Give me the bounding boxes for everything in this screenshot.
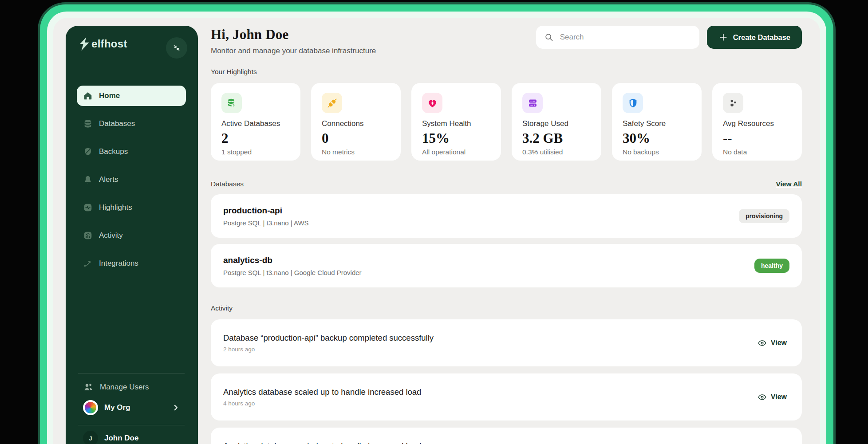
view-all-link[interactable]: View All bbox=[776, 180, 802, 188]
activity-title: Analytics database scaled up to handle i… bbox=[223, 441, 421, 444]
user-item[interactable]: J John Doe bbox=[77, 428, 186, 444]
page-title: Hi, John Doe bbox=[211, 27, 536, 43]
bell-icon bbox=[83, 175, 93, 185]
activity-section-label: Activity bbox=[211, 304, 802, 312]
card-value: 30% bbox=[623, 130, 691, 146]
sidebar-nav: Home Databases Backups bbox=[77, 86, 186, 281]
activity-row: Database “production-api” backup complet… bbox=[211, 319, 802, 366]
activity-title: Analytics database scaled up to handle i… bbox=[223, 387, 421, 397]
card-safety-score: Safety Score 30% No backups bbox=[612, 83, 702, 161]
logo-text: elfhost bbox=[91, 38, 127, 50]
sidebar-item-activity[interactable]: Activity bbox=[77, 225, 186, 246]
sidebar: elfhost Home bbox=[66, 26, 198, 444]
card-sub: 1 stopped bbox=[221, 148, 290, 156]
icon-tile bbox=[422, 93, 442, 113]
activity-time: 4 hours ago bbox=[223, 400, 421, 407]
database-meta: Postgre SQL | t3.nano | AWS bbox=[223, 219, 309, 227]
database-name: production-api bbox=[223, 206, 309, 216]
manage-users-item[interactable]: Manage Users bbox=[77, 377, 186, 397]
card-sub: No data bbox=[723, 148, 791, 156]
sidebar-item-alerts[interactable]: Alerts bbox=[77, 169, 186, 190]
sidebar-item-label: Alerts bbox=[99, 175, 118, 184]
card-label: Avg Resources bbox=[723, 119, 791, 128]
shield-check-icon bbox=[627, 98, 639, 109]
activity-row: Analytics database scaled up to handle i… bbox=[211, 428, 802, 444]
card-avg-resources: Avg Resources -- No data bbox=[712, 83, 802, 161]
collapse-arrows-icon bbox=[172, 43, 181, 53]
database-row-production-api[interactable]: production-api Postgre SQL | t3.nano | A… bbox=[211, 194, 802, 238]
database-bolt-icon bbox=[226, 98, 237, 109]
activity-row: Analytics database scaled up to handle i… bbox=[211, 373, 802, 420]
sidebar-item-label: Backups bbox=[99, 147, 128, 156]
sidebar-collapse-button[interactable] bbox=[166, 37, 187, 59]
view-button[interactable]: View bbox=[755, 392, 789, 402]
sidebar-item-home[interactable]: Home bbox=[77, 86, 186, 106]
server-icon bbox=[527, 98, 538, 109]
view-label: View bbox=[771, 339, 787, 347]
sidebar-item-backups[interactable]: Backups bbox=[77, 141, 186, 162]
sidebar-item-label: Databases bbox=[99, 119, 135, 128]
card-storage-used: Storage Used 3.2 GB 0.3% utilisied bbox=[512, 83, 601, 161]
status-badge: provisioning bbox=[739, 209, 789, 223]
cluster-dots-icon bbox=[728, 98, 739, 109]
status-badge: healthy bbox=[754, 259, 789, 273]
eye-icon bbox=[758, 393, 767, 402]
view-label: View bbox=[771, 393, 787, 401]
sidebar-item-label: Home bbox=[99, 91, 120, 100]
divider bbox=[78, 373, 185, 373]
card-value: 15% bbox=[422, 130, 490, 146]
manage-users-label: Manage Users bbox=[100, 383, 149, 392]
card-sub: 0.3% utilisied bbox=[522, 148, 591, 156]
window-frame-outer: elfhost Home bbox=[38, 2, 836, 444]
card-active-databases: Active Databases 2 1 stopped bbox=[211, 83, 300, 161]
sidebar-item-label: Activity bbox=[99, 231, 123, 240]
database-meta: Postgre SQL | t3.nano | Google Cloud Pro… bbox=[223, 269, 362, 276]
card-value: 0 bbox=[322, 130, 390, 146]
card-label: Storage Used bbox=[522, 119, 591, 128]
pulse-square-icon bbox=[83, 203, 93, 212]
view-button[interactable]: View bbox=[755, 338, 789, 348]
card-sub: No metrics bbox=[322, 148, 390, 156]
page-subtitle: Monitor and manage your database infrast… bbox=[211, 47, 536, 55]
create-database-label: Create Database bbox=[733, 33, 790, 42]
highlight-cards: Active Databases 2 1 stopped Connections… bbox=[211, 83, 802, 161]
card-sub: All operational bbox=[422, 148, 490, 156]
org-item[interactable]: My Org bbox=[77, 397, 186, 418]
org-pinwheel-icon bbox=[83, 400, 98, 415]
sidebar-bottom: Manage Users My Org J John Doe bbox=[77, 373, 186, 444]
app-frame: elfhost Home bbox=[53, 18, 820, 444]
card-label: Active Databases bbox=[221, 119, 290, 128]
page-header: Hi, John Doe Monitor and manage your dat… bbox=[211, 25, 802, 55]
databases-section-label: Databases bbox=[211, 180, 244, 188]
chevron-right-icon bbox=[172, 404, 180, 412]
database-name: analytics-db bbox=[223, 255, 362, 265]
search-box bbox=[536, 26, 699, 49]
window-frame-accent: elfhost Home bbox=[40, 4, 833, 444]
create-database-button[interactable]: Create Database bbox=[707, 26, 802, 49]
card-value: -- bbox=[723, 130, 791, 146]
card-connections: Connections 0 No metrics bbox=[311, 83, 401, 161]
database-row-analytics-db[interactable]: analytics-db Postgre SQL | t3.nano | Goo… bbox=[211, 244, 802, 287]
card-system-health: System Health 15% All operational bbox=[411, 83, 501, 161]
avatar: J bbox=[83, 431, 98, 444]
databases-header: Databases View All bbox=[211, 180, 802, 188]
shield-icon bbox=[83, 147, 93, 157]
chart-square-icon bbox=[83, 231, 93, 240]
icon-tile bbox=[221, 93, 242, 113]
icon-tile bbox=[522, 93, 543, 113]
card-label: System Health bbox=[422, 119, 490, 128]
sidebar-item-highlights[interactable]: Highlights bbox=[77, 197, 186, 218]
sidebar-item-integrations[interactable]: Integrations bbox=[77, 253, 186, 274]
sidebar-item-databases[interactable]: Databases bbox=[77, 114, 186, 134]
selfhost-bolt-icon bbox=[79, 37, 91, 51]
card-value: 3.2 GB bbox=[522, 130, 591, 146]
sidebar-item-label: Highlights bbox=[99, 203, 132, 212]
highlights-section-label: Your Highlights bbox=[211, 68, 802, 76]
user-name: John Doe bbox=[104, 434, 138, 443]
card-sub: No backups bbox=[623, 148, 691, 156]
search-icon bbox=[544, 32, 554, 42]
database-icon bbox=[83, 119, 93, 129]
window-frame-mint: elfhost Home bbox=[47, 12, 826, 444]
divider bbox=[78, 425, 185, 425]
search-input[interactable] bbox=[559, 32, 691, 42]
